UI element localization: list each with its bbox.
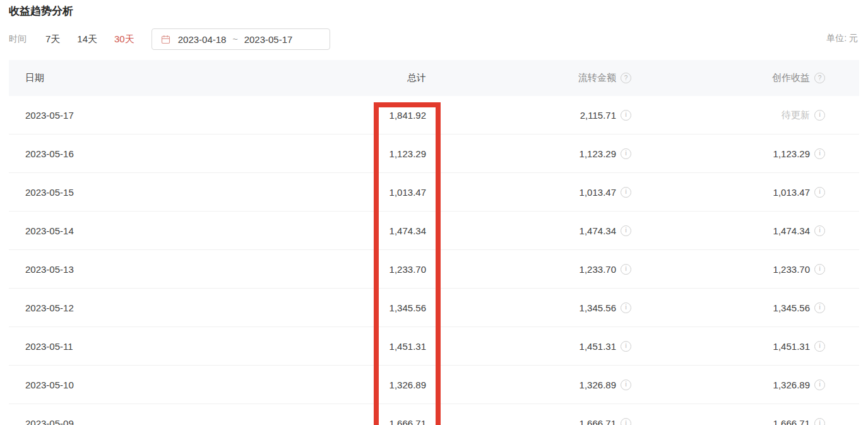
table-row: 2023-05-11 1,451.31 1,451.31 i 1,451.31 … <box>9 327 859 366</box>
cell-creation-value: 1,451.31 <box>773 341 810 352</box>
filter-bar: 时间 7天 14天 30天 2023-04-18 ~ 2023-05-17 <box>9 28 330 51</box>
calendar-icon <box>161 35 170 44</box>
cell-flow: 1,123.29 i <box>426 148 631 159</box>
cell-flow: 1,345.56 i <box>426 302 631 313</box>
info-icon[interactable]: i <box>814 225 825 236</box>
info-icon[interactable]: i <box>814 418 825 425</box>
help-icon[interactable]: ? <box>814 73 825 83</box>
info-icon[interactable]: i <box>621 341 631 352</box>
info-icon[interactable]: i <box>814 380 825 390</box>
tab-7-days[interactable]: 7天 <box>45 33 60 45</box>
cell-flow: 1,666.71 i <box>426 418 631 425</box>
cell-date: 2023-05-10 <box>9 380 274 390</box>
cell-creation: 1,233.70 i <box>631 264 825 275</box>
date-range-start[interactable]: 2023-04-18 <box>178 34 227 45</box>
table-row: 2023-05-13 1,233.70 1,233.70 i 1,233.70 … <box>9 250 859 289</box>
header-flow: 流转金额 ? <box>426 72 631 84</box>
info-icon[interactable]: i <box>814 187 825 198</box>
cell-date: 2023-05-15 <box>9 187 274 198</box>
cell-flow: 1,013.47 i <box>426 187 631 198</box>
cell-creation: 1,666.71 i <box>631 418 825 425</box>
revenue-trend-panel: 收益趋势分析 时间 7天 14天 30天 2023-04-18 ~ 2023-0… <box>0 0 868 425</box>
tab-30-days[interactable]: 30天 <box>114 33 134 45</box>
cell-flow: 1,451.31 i <box>426 341 631 352</box>
info-icon[interactable]: i <box>621 187 631 198</box>
tab-14-days[interactable]: 14天 <box>77 33 97 45</box>
page-title: 收益趋势分析 <box>9 4 73 18</box>
cell-flow-value: 1,123.29 <box>580 148 616 159</box>
info-icon[interactable]: i <box>621 264 631 275</box>
cell-flow-value: 1,345.56 <box>580 302 616 313</box>
cell-creation: 待更新 i <box>631 109 825 121</box>
cell-date: 2023-05-09 <box>9 418 274 425</box>
cell-creation-value: 1,666.71 <box>773 418 810 425</box>
table-header-row: 日期 总计 流转金额 ? 创作收益 ? <box>9 60 859 96</box>
info-icon[interactable]: i <box>621 418 631 425</box>
table-row: 2023-05-10 1,326.89 1,326.89 i 1,326.89 … <box>9 366 859 404</box>
info-icon[interactable]: i <box>621 302 631 313</box>
cell-flow: 1,474.34 i <box>426 225 631 236</box>
cell-creation: 1,123.29 i <box>631 148 825 159</box>
cell-creation-value: 1,326.89 <box>773 380 810 390</box>
table-row: 2023-05-12 1,345.56 1,345.56 i 1,345.56 … <box>9 289 859 327</box>
cell-flow-value: 1,233.70 <box>580 264 616 275</box>
info-icon[interactable]: i <box>621 225 631 236</box>
cell-flow-value: 1,474.34 <box>580 225 616 236</box>
date-range-picker[interactable]: 2023-04-18 ~ 2023-05-17 <box>152 28 330 50</box>
cell-flow: 1,326.89 i <box>426 380 631 390</box>
cell-creation-value: 1,474.34 <box>773 225 810 236</box>
cell-total: 1,451.31 <box>274 341 426 352</box>
info-icon[interactable]: i <box>814 302 825 313</box>
table-row: 2023-05-09 1,666.71 1,666.71 i 1,666.71 … <box>9 404 859 425</box>
info-icon[interactable]: i <box>621 148 631 159</box>
cell-date: 2023-05-13 <box>9 264 274 275</box>
info-icon[interactable]: i <box>621 380 631 390</box>
cell-date: 2023-05-16 <box>9 148 274 159</box>
cell-total: 1,474.34 <box>274 225 426 236</box>
revenue-table: 日期 总计 流转金额 ? 创作收益 ? 2023-05-17 1,841.92 … <box>9 60 859 425</box>
cell-total: 1,233.70 <box>274 264 426 275</box>
cell-creation-value: 1,123.29 <box>773 148 810 159</box>
help-icon[interactable]: ? <box>621 73 631 83</box>
cell-date: 2023-05-14 <box>9 225 274 236</box>
cell-total: 1,326.89 <box>274 380 426 390</box>
table-row: 2023-05-17 1,841.92 2,115.71 i 待更新 i <box>9 96 859 135</box>
date-range-separator: ~ <box>232 34 237 44</box>
cell-creation-value: 1,233.70 <box>773 264 810 275</box>
cell-total: 1,666.71 <box>274 418 426 425</box>
date-range-end[interactable]: 2023-05-17 <box>244 34 293 45</box>
cell-date: 2023-05-12 <box>9 302 274 313</box>
info-icon[interactable]: i <box>814 110 825 121</box>
cell-creation: 1,345.56 i <box>631 302 825 313</box>
info-icon[interactable]: i <box>814 341 825 352</box>
cell-creation-value: 待更新 <box>782 109 810 121</box>
info-icon[interactable]: i <box>814 264 825 275</box>
cell-total: 1,013.47 <box>274 187 426 198</box>
cell-flow-value: 1,666.71 <box>580 418 616 425</box>
table-row: 2023-05-14 1,474.34 1,474.34 i 1,474.34 … <box>9 212 859 250</box>
cell-flow-value: 1,451.31 <box>580 341 616 352</box>
cell-flow: 1,233.70 i <box>426 264 631 275</box>
cell-flow-value: 1,013.47 <box>580 187 616 198</box>
header-date: 日期 <box>9 72 274 84</box>
cell-flow: 2,115.71 i <box>426 110 631 121</box>
cell-date: 2023-05-17 <box>9 110 274 121</box>
header-flow-label: 流转金额 <box>578 72 616 84</box>
time-filter-label: 时间 <box>9 33 27 45</box>
cell-total: 1,841.92 <box>274 110 426 121</box>
cell-creation: 1,013.47 i <box>631 187 825 198</box>
header-creation-label: 创作收益 <box>772 72 810 84</box>
table-row: 2023-05-16 1,123.29 1,123.29 i 1,123.29 … <box>9 135 859 173</box>
cell-creation-value: 1,013.47 <box>773 187 810 198</box>
cell-date: 2023-05-11 <box>9 341 274 352</box>
header-creation: 创作收益 ? <box>631 72 825 84</box>
cell-creation-value: 1,345.56 <box>773 302 810 313</box>
info-icon[interactable]: i <box>814 148 825 159</box>
cell-total: 1,345.56 <box>274 302 426 313</box>
cell-flow-value: 1,326.89 <box>580 380 616 390</box>
cell-total: 1,123.29 <box>274 148 426 159</box>
cell-creation: 1,474.34 i <box>631 225 825 236</box>
info-icon[interactable]: i <box>621 110 631 121</box>
cell-creation: 1,326.89 i <box>631 380 825 390</box>
header-total: 总计 <box>274 72 426 84</box>
